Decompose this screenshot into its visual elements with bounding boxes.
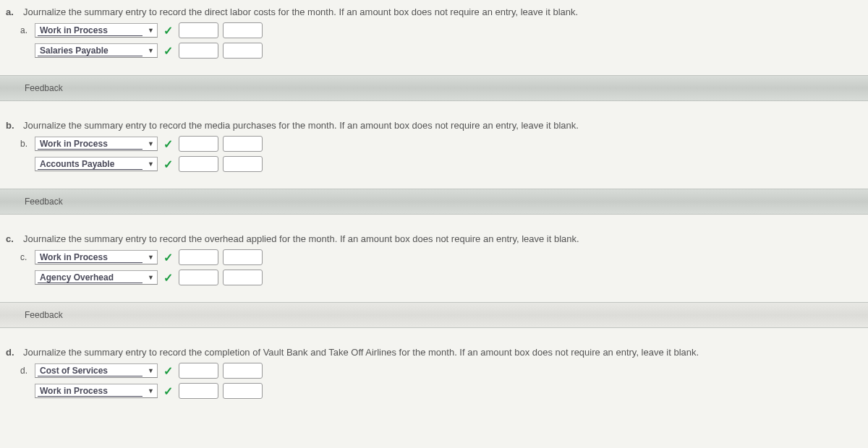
debit-input-1[interactable] xyxy=(179,249,218,265)
prompt-text: Journalize the summary entry to record t… xyxy=(23,120,579,131)
question-a: a. Journalize the summary entry to recor… xyxy=(0,4,868,101)
account-label: Salaries Payable xyxy=(40,46,109,56)
account-dropdown-1[interactable]: Work in Process ▼ xyxy=(35,250,158,264)
credit-input-1[interactable] xyxy=(223,249,263,265)
check-icon: ✓ xyxy=(163,271,173,285)
caret-down-icon: ▼ xyxy=(148,27,154,34)
entry-row-2: Accounts Payable ▼ ✓ xyxy=(0,154,868,174)
feedback-bar[interactable]: Feedback xyxy=(0,189,868,215)
prompt-row-c: c. Journalize the summary entry to recor… xyxy=(0,231,868,247)
row-letter: a. xyxy=(20,25,30,35)
credit-input-2[interactable] xyxy=(223,383,263,399)
account-label: Work in Process xyxy=(40,139,108,149)
caret-down-icon: ▼ xyxy=(148,367,154,374)
row-letter: c. xyxy=(20,252,30,262)
question-c: c. Journalize the summary entry to recor… xyxy=(0,231,868,328)
credit-input-2[interactable] xyxy=(223,270,263,285)
account-dropdown-1[interactable]: Cost of Services ▼ xyxy=(35,363,158,378)
debit-input-1[interactable] xyxy=(179,22,218,38)
prompt-row-a: a. Journalize the summary entry to recor… xyxy=(0,4,868,20)
prompt-text: Journalize the summary entry to record t… xyxy=(23,233,579,244)
entry-row-2: Agency Overhead ▼ ✓ xyxy=(0,267,868,288)
row-letter: d. xyxy=(20,366,30,376)
entry-row-1: a. Work in Process ▼ ✓ xyxy=(0,20,868,40)
entry-row-2: Salaries Payable ▼ ✓ xyxy=(0,40,868,61)
prompt-row-b: b. Journalize the summary entry to recor… xyxy=(0,117,868,134)
check-icon: ✓ xyxy=(163,137,173,151)
feedback-label: Feedback xyxy=(25,197,63,207)
debit-input-2[interactable] xyxy=(179,383,218,399)
question-d: d. Journalize the summary entry to recor… xyxy=(0,344,868,401)
account-dropdown-2[interactable]: Work in Process ▼ xyxy=(35,384,158,398)
account-label: Cost of Services xyxy=(40,366,108,376)
account-dropdown-2[interactable]: Accounts Payable ▼ xyxy=(35,157,158,171)
feedback-label: Feedback xyxy=(25,83,63,93)
account-label: Work in Process xyxy=(40,25,108,35)
question-b: b. Journalize the summary entry to recor… xyxy=(0,117,868,215)
credit-input-1[interactable] xyxy=(223,363,263,379)
account-dropdown-1[interactable]: Work in Process ▼ xyxy=(35,137,158,151)
account-label: Work in Process xyxy=(40,252,108,262)
debit-input-2[interactable] xyxy=(179,156,218,172)
check-icon: ✓ xyxy=(163,24,173,38)
caret-down-icon: ▼ xyxy=(148,254,154,261)
account-dropdown-2[interactable]: Salaries Payable ▼ xyxy=(35,43,158,58)
feedback-label: Feedback xyxy=(25,310,63,320)
caret-down-icon: ▼ xyxy=(148,160,154,168)
prompt-row-d: d. Journalize the summary entry to recor… xyxy=(0,344,868,361)
prompt-letter: d. xyxy=(6,347,19,358)
check-icon: ✓ xyxy=(163,158,173,171)
prompt-letter: c. xyxy=(6,233,19,244)
feedback-bar[interactable]: Feedback xyxy=(0,75,868,101)
entry-row-1: c. Work in Process ▼ ✓ xyxy=(0,247,868,267)
prompt-letter: a. xyxy=(6,7,19,17)
debit-input-1[interactable] xyxy=(179,136,218,152)
caret-down-icon: ▼ xyxy=(148,140,154,147)
check-icon: ✓ xyxy=(163,251,173,264)
debit-input-2[interactable] xyxy=(179,43,218,59)
debit-input-2[interactable] xyxy=(179,270,218,285)
caret-down-icon: ▼ xyxy=(148,47,154,54)
caret-down-icon: ▼ xyxy=(148,274,154,281)
credit-input-1[interactable] xyxy=(223,22,263,38)
check-icon: ✓ xyxy=(163,384,173,398)
prompt-text: Journalize the summary entry to record t… xyxy=(23,7,578,17)
debit-input-1[interactable] xyxy=(179,363,218,379)
entry-row-2: Work in Process ▼ ✓ xyxy=(0,381,868,401)
account-dropdown-1[interactable]: Work in Process ▼ xyxy=(35,23,158,38)
account-label: Work in Process xyxy=(40,386,108,396)
prompt-letter: b. xyxy=(6,120,19,131)
account-dropdown-2[interactable]: Agency Overhead ▼ xyxy=(35,270,158,285)
row-letter: b. xyxy=(20,139,30,149)
check-icon: ✓ xyxy=(163,364,173,378)
feedback-bar[interactable]: Feedback xyxy=(0,302,868,328)
account-label: Agency Overhead xyxy=(40,272,114,283)
credit-input-1[interactable] xyxy=(223,136,263,152)
entry-row-1: d. Cost of Services ▼ ✓ xyxy=(0,361,868,381)
credit-input-2[interactable] xyxy=(223,43,263,59)
prompt-text: Journalize the summary entry to record t… xyxy=(23,347,699,358)
check-icon: ✓ xyxy=(163,44,173,58)
credit-input-2[interactable] xyxy=(223,156,263,172)
entry-row-1: b. Work in Process ▼ ✓ xyxy=(0,134,868,154)
account-label: Accounts Payable xyxy=(40,159,114,169)
caret-down-icon: ▼ xyxy=(148,387,154,395)
